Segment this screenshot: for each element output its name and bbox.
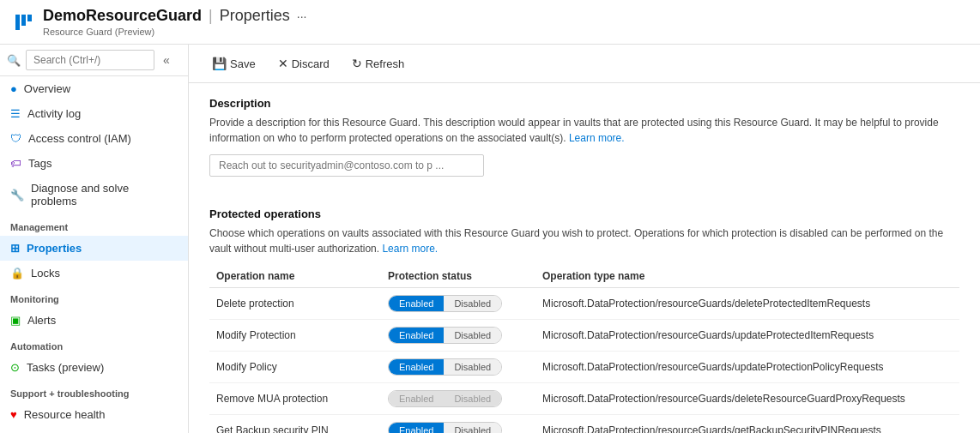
tasks-icon: ⊙ [10,361,20,374]
sidebar-item-properties[interactable]: ⊞ Properties [0,236,188,261]
section-label-management: Management [0,213,188,236]
operation-type-cell: Microsoft.DataProtection/resourceGuards/… [535,415,959,434]
main-content: 💾 Save ✕ Discard ↻ Refresh Description P… [189,45,980,433]
sidebar-item-alerts[interactable]: ▣ Alerts [0,308,188,333]
operation-type-cell: Microsoft.DataProtection/resourceGuards/… [535,320,959,352]
save-button[interactable]: 💾 Save [203,51,265,75]
access-control-icon: 🛡 [10,132,21,145]
alerts-icon: ▣ [10,314,21,327]
page-subtitle: Properties [220,7,290,25]
top-header: DemoResourceGuard | Properties ··· Resou… [0,0,980,45]
protected-ops-title: Protected operations [209,207,959,220]
section-label-automation: Automation [0,333,188,355]
col-header-operation-type: Operation type name [535,265,959,288]
azure-logo [14,13,33,32]
toggle-group: EnabledDisabled [388,390,502,407]
description-title: Description [209,97,959,110]
sidebar-item-resource-health[interactable]: ♥ Resource health [0,402,188,427]
refresh-button[interactable]: ↻ Refresh [342,51,414,75]
operation-name-cell: Remove MUA protection [209,383,381,415]
refresh-icon: ↻ [352,57,362,70]
locks-icon: 🔒 [10,267,24,280]
col-header-operation-name: Operation name [209,265,381,288]
operations-table: Operation name Protection status Operati… [209,265,959,433]
overview-icon: ● [10,82,17,95]
breadcrumb: Resource Guard (Preview) [43,27,306,37]
protected-ops-learn-more-link[interactable]: Learn more. [382,243,438,255]
table-row: Get Backup security PINEnabledDisabledMi… [209,415,959,434]
discard-icon: ✕ [278,57,288,70]
toggle-group: EnabledDisabled [388,422,502,433]
disabled-toggle-button[interactable]: Disabled [444,296,501,311]
tags-icon: 🏷 [10,157,21,170]
enabled-toggle-button[interactable]: Enabled [389,328,444,343]
disabled-toggle-button[interactable]: Disabled [444,359,501,375]
sidebar-item-diagnose[interactable]: 🔧 Diagnose and solve problems [0,176,188,213]
protection-status-cell: EnabledDisabled [381,415,535,434]
operation-name-cell: Modify Protection [209,320,381,352]
activity-log-icon: ☰ [10,107,21,120]
table-row: Delete protectionEnabledDisabledMicrosof… [209,288,959,320]
table-row: Modify PolicyEnabledDisabledMicrosoft.Da… [209,352,959,383]
enabled-toggle-button[interactable]: Enabled [389,391,444,406]
table-row: Remove MUA protectionEnabledDisabledMicr… [209,383,959,415]
protected-operations-section: Protected operations Choose which operat… [209,207,959,433]
svg-rect-2 [27,15,32,21]
col-header-protection-status: Protection status [381,265,535,288]
header-title-group: DemoResourceGuard | Properties ··· Resou… [43,7,306,37]
protection-status-cell: EnabledDisabled [381,383,535,415]
enabled-toggle-button[interactable]: Enabled [389,359,444,375]
operation-name-cell: Delete protection [209,288,381,320]
operation-name-cell: Get Backup security PIN [209,415,381,434]
diagnose-icon: 🔧 [10,189,24,201]
description-learn-more-link[interactable]: Learn more. [569,132,625,144]
operation-type-cell: Microsoft.DataProtection/resourceGuards/… [535,383,959,415]
protected-ops-desc: Choose which operations on vaults associ… [209,226,959,256]
sidebar-item-access-control[interactable]: 🛡 Access control (IAM) [0,126,188,151]
more-options-icon[interactable]: ··· [297,9,307,23]
table-row: Modify ProtectionEnabledDisabledMicrosof… [209,320,959,352]
toggle-group: EnabledDisabled [388,358,502,376]
disabled-toggle-button[interactable]: Disabled [444,423,501,433]
content-body: Description Provide a description for th… [189,83,980,433]
sidebar-item-overview[interactable]: ● Overview [0,76,188,101]
save-icon: 💾 [212,57,227,70]
sidebar-item-activity-log[interactable]: ☰ Activity log [0,101,188,126]
toggle-group: EnabledDisabled [388,295,502,312]
discard-button[interactable]: ✕ Discard [269,51,339,75]
azure-logo-icon [14,13,33,32]
sidebar: 🔍 « ● Overview ☰ Activity log 🛡 Access c… [0,45,189,433]
disabled-toggle-button[interactable]: Disabled [444,391,501,406]
operation-type-cell: Microsoft.DataProtection/resourceGuards/… [535,352,959,383]
toolbar: 💾 Save ✕ Discard ↻ Refresh [189,45,980,83]
svg-rect-1 [21,15,26,26]
page-title: DemoResourceGuard [43,7,202,25]
operation-name-cell: Modify Policy [209,352,381,383]
description-input[interactable] [209,154,484,177]
resource-health-icon: ♥ [10,408,17,421]
sidebar-search-bar: 🔍 « [0,45,188,76]
enabled-toggle-button[interactable]: Enabled [389,423,444,433]
search-icon: 🔍 [7,54,21,67]
description-section: Description Provide a description for th… [209,97,959,194]
protection-status-cell: EnabledDisabled [381,320,535,352]
section-label-monitoring: Monitoring [0,286,188,308]
section-label-support: Support + troubleshooting [0,380,188,402]
protection-status-cell: EnabledDisabled [381,352,535,383]
protection-status-cell: EnabledDisabled [381,288,535,320]
search-input[interactable] [26,50,154,70]
operation-type-cell: Microsoft.DataProtection/resourceGuards/… [535,288,959,320]
header-separator: | [209,7,213,25]
sidebar-item-locks[interactable]: 🔒 Locks [0,261,188,286]
description-text: Provide a description for this Resource … [209,115,959,146]
sidebar-item-tasks[interactable]: ⊙ Tasks (preview) [0,355,188,380]
svg-rect-0 [15,15,20,30]
toggle-group: EnabledDisabled [388,327,502,344]
collapse-sidebar-button[interactable]: « [160,51,173,69]
properties-icon: ⊞ [10,242,20,255]
sidebar-item-tags[interactable]: 🏷 Tags [0,151,188,176]
enabled-toggle-button[interactable]: Enabled [389,296,444,311]
disabled-toggle-button[interactable]: Disabled [444,328,501,343]
